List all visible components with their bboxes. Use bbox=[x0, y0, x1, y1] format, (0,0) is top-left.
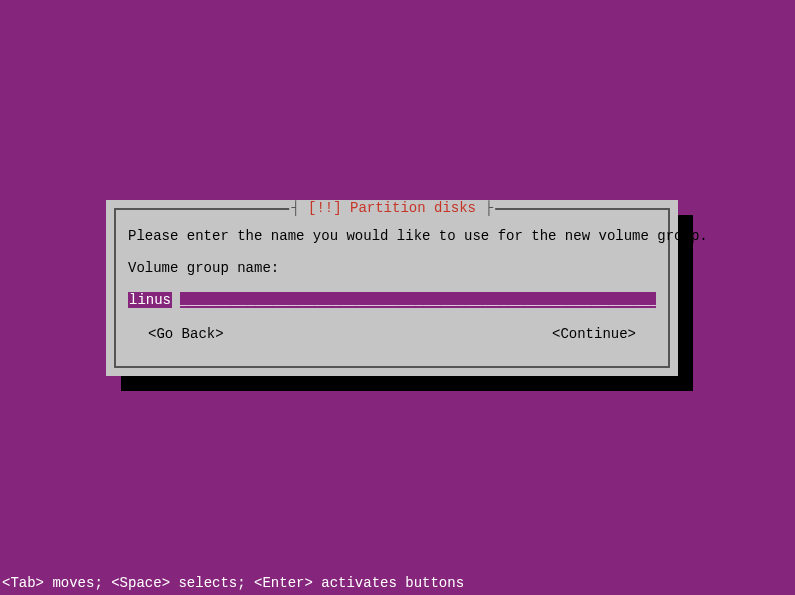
dialog-title: ┤ [!!] Partition disks ├ bbox=[289, 200, 495, 216]
volume-group-name-input[interactable]: linus___________________________________… bbox=[128, 292, 656, 308]
field-label: Volume group name: bbox=[128, 260, 656, 276]
title-frame-left: ┤ bbox=[291, 200, 308, 216]
go-back-button[interactable]: <Go Back> bbox=[148, 326, 224, 342]
input-fill: ________________________________________… bbox=[180, 292, 656, 308]
input-value: linus bbox=[128, 292, 172, 308]
title-text: Partition disks bbox=[342, 200, 485, 216]
button-row: <Go Back> <Continue> bbox=[128, 326, 656, 342]
title-frame-right: ├ bbox=[484, 200, 492, 216]
input-cursor: _ bbox=[172, 292, 180, 308]
prompt-text: Please enter the name you would like to … bbox=[128, 228, 656, 244]
footer-hint: <Tab> moves; <Space> selects; <Enter> ac… bbox=[2, 575, 464, 591]
dialog-frame: ┤ [!!] Partition disks ├ Please enter th… bbox=[114, 208, 670, 368]
continue-button[interactable]: <Continue> bbox=[552, 326, 636, 342]
title-marker: [!!] bbox=[308, 200, 342, 216]
partition-dialog: ┤ [!!] Partition disks ├ Please enter th… bbox=[106, 200, 678, 376]
